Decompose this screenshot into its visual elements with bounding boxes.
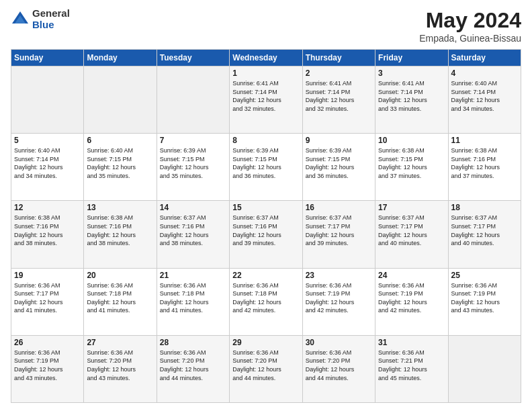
calendar-week-row: 5Sunrise: 6:40 AM Sunset: 7:14 PM Daylig… bbox=[11, 134, 521, 201]
header: General Blue May 2024 Empada, Guinea-Bis… bbox=[11, 8, 521, 44]
day-info: Sunrise: 6:36 AM Sunset: 7:18 PM Dayligh… bbox=[232, 281, 299, 315]
table-row: 22Sunrise: 6:36 AM Sunset: 7:18 PM Dayli… bbox=[230, 268, 302, 335]
col-wednesday: Wednesday bbox=[230, 50, 302, 66]
day-info: Sunrise: 6:37 AM Sunset: 7:16 PM Dayligh… bbox=[232, 214, 299, 247]
day-info: Sunrise: 6:37 AM Sunset: 7:17 PM Dayligh… bbox=[451, 214, 518, 247]
day-info: Sunrise: 6:40 AM Sunset: 7:15 PM Dayligh… bbox=[87, 146, 153, 180]
day-number: 11 bbox=[451, 136, 518, 145]
logo-icon bbox=[11, 10, 30, 29]
page: General Blue May 2024 Empada, Guinea-Bis… bbox=[0, 0, 532, 411]
calendar-header-row: Sunday Monday Tuesday Wednesday Thursday… bbox=[11, 50, 521, 66]
day-info: Sunrise: 6:36 AM Sunset: 7:19 PM Dayligh… bbox=[378, 281, 445, 315]
table-row: 7Sunrise: 6:39 AM Sunset: 7:15 PM Daylig… bbox=[157, 134, 229, 201]
main-title: May 2024 bbox=[419, 8, 521, 33]
table-row bbox=[84, 66, 157, 134]
day-number: 7 bbox=[160, 136, 226, 145]
table-row: 8Sunrise: 6:39 AM Sunset: 7:15 PM Daylig… bbox=[230, 134, 302, 201]
day-info: Sunrise: 6:38 AM Sunset: 7:16 PM Dayligh… bbox=[14, 214, 81, 247]
day-number: 12 bbox=[14, 203, 81, 212]
day-number: 18 bbox=[451, 203, 518, 212]
day-info: Sunrise: 6:36 AM Sunset: 7:19 PM Dayligh… bbox=[306, 281, 372, 315]
day-number: 30 bbox=[306, 338, 372, 347]
col-friday: Friday bbox=[375, 50, 448, 66]
day-number: 1 bbox=[232, 68, 299, 78]
day-info: Sunrise: 6:36 AM Sunset: 7:20 PM Dayligh… bbox=[232, 349, 299, 382]
day-number: 17 bbox=[378, 203, 445, 212]
table-row: 15Sunrise: 6:37 AM Sunset: 7:16 PM Dayli… bbox=[230, 201, 302, 268]
day-info: Sunrise: 6:36 AM Sunset: 7:19 PM Dayligh… bbox=[451, 281, 518, 315]
col-tuesday: Tuesday bbox=[157, 50, 229, 66]
table-row: 12Sunrise: 6:38 AM Sunset: 7:16 PM Dayli… bbox=[11, 201, 84, 268]
day-number: 13 bbox=[87, 203, 153, 212]
table-row: 11Sunrise: 6:38 AM Sunset: 7:16 PM Dayli… bbox=[448, 134, 521, 201]
col-sunday: Sunday bbox=[11, 50, 84, 66]
day-info: Sunrise: 6:37 AM Sunset: 7:17 PM Dayligh… bbox=[306, 214, 372, 247]
table-row: 19Sunrise: 6:36 AM Sunset: 7:17 PM Dayli… bbox=[11, 268, 84, 335]
day-info: Sunrise: 6:39 AM Sunset: 7:15 PM Dayligh… bbox=[232, 146, 299, 180]
table-row: 9Sunrise: 6:39 AM Sunset: 7:15 PM Daylig… bbox=[302, 134, 375, 201]
day-number: 2 bbox=[306, 68, 372, 78]
day-number: 19 bbox=[14, 271, 81, 280]
subtitle: Empada, Guinea-Bissau bbox=[419, 33, 521, 44]
table-row: 27Sunrise: 6:36 AM Sunset: 7:20 PM Dayli… bbox=[84, 335, 157, 402]
table-row: 26Sunrise: 6:36 AM Sunset: 7:19 PM Dayli… bbox=[11, 335, 84, 402]
day-number: 25 bbox=[451, 271, 518, 280]
table-row: 2Sunrise: 6:41 AM Sunset: 7:14 PM Daylig… bbox=[302, 66, 375, 134]
logo-general: General bbox=[32, 8, 70, 19]
day-info: Sunrise: 6:41 AM Sunset: 7:14 PM Dayligh… bbox=[306, 79, 372, 113]
calendar-week-row: 26Sunrise: 6:36 AM Sunset: 7:19 PM Dayli… bbox=[11, 335, 521, 402]
day-info: Sunrise: 6:41 AM Sunset: 7:14 PM Dayligh… bbox=[232, 79, 299, 113]
table-row bbox=[448, 335, 521, 402]
day-info: Sunrise: 6:41 AM Sunset: 7:14 PM Dayligh… bbox=[378, 79, 445, 113]
table-row: 1Sunrise: 6:41 AM Sunset: 7:14 PM Daylig… bbox=[230, 66, 302, 134]
day-number: 4 bbox=[451, 68, 518, 78]
day-number: 26 bbox=[14, 338, 81, 347]
day-info: Sunrise: 6:37 AM Sunset: 7:16 PM Dayligh… bbox=[160, 214, 226, 247]
day-info: Sunrise: 6:37 AM Sunset: 7:17 PM Dayligh… bbox=[378, 214, 445, 247]
table-row: 20Sunrise: 6:36 AM Sunset: 7:18 PM Dayli… bbox=[84, 268, 157, 335]
col-saturday: Saturday bbox=[448, 50, 521, 66]
title-block: May 2024 Empada, Guinea-Bissau bbox=[419, 8, 521, 44]
day-number: 20 bbox=[87, 271, 153, 280]
day-info: Sunrise: 6:36 AM Sunset: 7:19 PM Dayligh… bbox=[14, 349, 81, 382]
col-monday: Monday bbox=[84, 50, 157, 66]
table-row: 31Sunrise: 6:36 AM Sunset: 7:21 PM Dayli… bbox=[375, 335, 448, 402]
day-info: Sunrise: 6:40 AM Sunset: 7:14 PM Dayligh… bbox=[14, 146, 81, 180]
table-row: 21Sunrise: 6:36 AM Sunset: 7:18 PM Dayli… bbox=[157, 268, 229, 335]
logo-text: General Blue bbox=[32, 8, 70, 30]
day-info: Sunrise: 6:36 AM Sunset: 7:20 PM Dayligh… bbox=[87, 349, 153, 382]
table-row: 10Sunrise: 6:38 AM Sunset: 7:15 PM Dayli… bbox=[375, 134, 448, 201]
day-number: 10 bbox=[378, 136, 445, 145]
table-row: 5Sunrise: 6:40 AM Sunset: 7:14 PM Daylig… bbox=[11, 134, 84, 201]
day-number: 27 bbox=[87, 338, 153, 347]
calendar-week-row: 12Sunrise: 6:38 AM Sunset: 7:16 PM Dayli… bbox=[11, 201, 521, 268]
calendar-week-row: 1Sunrise: 6:41 AM Sunset: 7:14 PM Daylig… bbox=[11, 66, 521, 134]
table-row bbox=[11, 66, 84, 134]
day-number: 3 bbox=[378, 68, 445, 78]
day-info: Sunrise: 6:36 AM Sunset: 7:18 PM Dayligh… bbox=[160, 281, 226, 315]
day-number: 16 bbox=[306, 203, 372, 212]
table-row: 28Sunrise: 6:36 AM Sunset: 7:20 PM Dayli… bbox=[157, 335, 229, 402]
day-number: 29 bbox=[232, 338, 299, 347]
table-row: 17Sunrise: 6:37 AM Sunset: 7:17 PM Dayli… bbox=[375, 201, 448, 268]
table-row: 25Sunrise: 6:36 AM Sunset: 7:19 PM Dayli… bbox=[448, 268, 521, 335]
logo: General Blue bbox=[11, 8, 70, 30]
day-info: Sunrise: 6:36 AM Sunset: 7:21 PM Dayligh… bbox=[378, 349, 445, 382]
day-info: Sunrise: 6:39 AM Sunset: 7:15 PM Dayligh… bbox=[160, 146, 226, 180]
day-number: 21 bbox=[160, 271, 226, 280]
table-row: 29Sunrise: 6:36 AM Sunset: 7:20 PM Dayli… bbox=[230, 335, 302, 402]
day-number: 22 bbox=[232, 271, 299, 280]
day-info: Sunrise: 6:38 AM Sunset: 7:16 PM Dayligh… bbox=[87, 214, 153, 247]
table-row: 24Sunrise: 6:36 AM Sunset: 7:19 PM Dayli… bbox=[375, 268, 448, 335]
table-row bbox=[157, 66, 229, 134]
day-info: Sunrise: 6:40 AM Sunset: 7:14 PM Dayligh… bbox=[451, 79, 518, 113]
day-number: 8 bbox=[232, 136, 299, 145]
table-row: 13Sunrise: 6:38 AM Sunset: 7:16 PM Dayli… bbox=[84, 201, 157, 268]
day-number: 14 bbox=[160, 203, 226, 212]
table-row: 6Sunrise: 6:40 AM Sunset: 7:15 PM Daylig… bbox=[84, 134, 157, 201]
day-info: Sunrise: 6:39 AM Sunset: 7:15 PM Dayligh… bbox=[306, 146, 372, 180]
table-row: 30Sunrise: 6:36 AM Sunset: 7:20 PM Dayli… bbox=[302, 335, 375, 402]
table-row: 16Sunrise: 6:37 AM Sunset: 7:17 PM Dayli… bbox=[302, 201, 375, 268]
day-info: Sunrise: 6:36 AM Sunset: 7:20 PM Dayligh… bbox=[306, 349, 372, 382]
table-row: 3Sunrise: 6:41 AM Sunset: 7:14 PM Daylig… bbox=[375, 66, 448, 134]
